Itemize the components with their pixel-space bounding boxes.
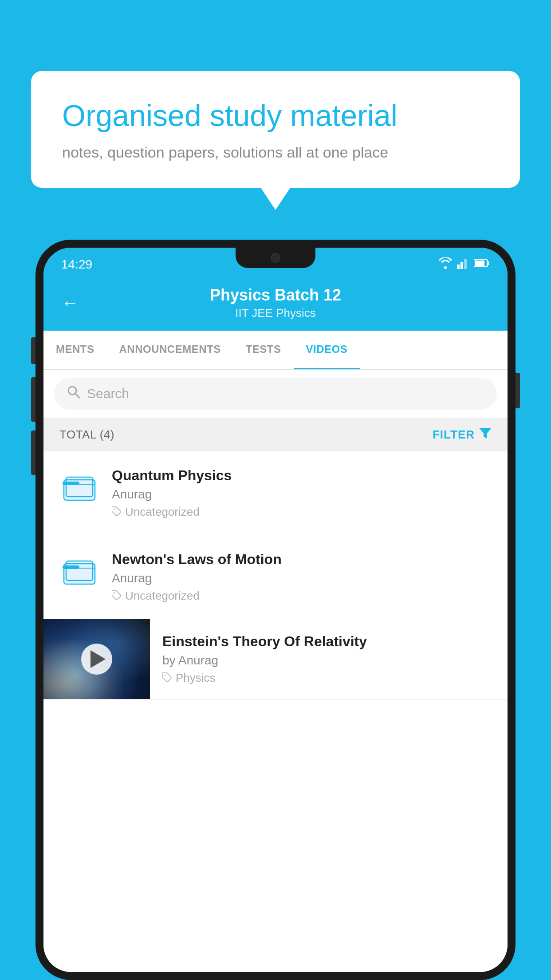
back-button[interactable]: ←	[61, 293, 79, 313]
phone-notch	[236, 248, 315, 268]
tab-ments[interactable]: MENTS	[43, 331, 107, 369]
svg-rect-10	[63, 482, 79, 485]
folder-icon	[62, 556, 97, 587]
item-info: Newton's Laws of Motion Anurag Uncategor…	[112, 551, 492, 603]
play-button[interactable]	[81, 644, 112, 675]
signal-icon	[457, 257, 469, 272]
video-tag: Physics	[162, 671, 495, 685]
svg-rect-1	[460, 262, 463, 269]
bubble-title: Organised study material	[62, 98, 489, 134]
tab-videos[interactable]: VIDEOS	[294, 331, 360, 369]
svg-rect-2	[464, 259, 467, 269]
volume-down-button	[31, 431, 35, 475]
video-info: Einstein's Theory Of Relativity by Anura…	[150, 619, 508, 699]
item-tag: Uncategorized	[112, 505, 492, 519]
item-title: Newton's Laws of Motion	[112, 551, 492, 568]
tag-icon	[112, 505, 122, 519]
wifi-icon	[438, 257, 453, 272]
svg-rect-4	[475, 261, 484, 266]
svg-line-7	[75, 394, 79, 398]
video-author: by Anurag	[162, 653, 495, 668]
speech-bubble-section: Organised study material notes, question…	[31, 71, 520, 188]
header-title-group: Physics Batch 12 IIT JEE Physics	[88, 286, 463, 320]
side-button-1	[31, 337, 35, 364]
content-list: Quantum Physics Anurag Uncategorized	[43, 451, 508, 972]
list-item-video[interactable]: Einstein's Theory Of Relativity by Anura…	[43, 619, 508, 699]
tab-tests[interactable]: TESTS	[233, 331, 294, 369]
list-item[interactable]: Newton's Laws of Motion Anurag Uncategor…	[43, 535, 508, 619]
svg-rect-14	[63, 565, 79, 569]
list-item[interactable]: Quantum Physics Anurag Uncategorized	[43, 451, 508, 535]
play-triangle	[91, 650, 106, 668]
tab-announcements[interactable]: ANNOUNCEMENTS	[107, 331, 233, 369]
svg-point-12	[114, 509, 115, 510]
search-icon	[67, 385, 81, 403]
volume-up-button	[31, 377, 35, 422]
app-header: ← Physics Batch 12 IIT JEE Physics	[43, 278, 508, 331]
search-placeholder[interactable]: Search	[87, 386, 129, 401]
svg-marker-8	[479, 428, 492, 439]
svg-rect-5	[488, 261, 489, 265]
power-button	[516, 373, 520, 408]
header-title: Physics Batch 12	[88, 286, 463, 304]
search-input-wrapper[interactable]: Search	[54, 378, 497, 410]
total-count: TOTAL (4)	[59, 428, 114, 442]
phone-outer: 14:29	[35, 240, 516, 980]
phone-mockup: 14:29	[35, 240, 516, 980]
filter-icon	[479, 427, 492, 443]
svg-point-17	[165, 675, 166, 676]
filter-button[interactable]: FILTER	[433, 427, 492, 443]
item-tag: Uncategorized	[112, 589, 492, 603]
phone-screen: 14:29	[43, 248, 508, 972]
bubble-subtitle: notes, question papers, solutions all at…	[62, 144, 489, 161]
item-info: Quantum Physics Anurag Uncategorized	[112, 467, 492, 519]
filter-bar: TOTAL (4) FILTER	[43, 418, 508, 451]
folder-icon-wrapper	[59, 551, 99, 591]
svg-rect-0	[457, 265, 460, 269]
tag-icon	[162, 671, 172, 685]
item-author: Anurag	[112, 571, 492, 585]
status-time: 14:29	[61, 257, 92, 272]
tabs-bar: MENTS ANNOUNCEMENTS TESTS VIDEOS	[43, 331, 508, 370]
item-author: Anurag	[112, 487, 492, 502]
tag-icon	[112, 589, 122, 603]
battery-icon	[474, 258, 490, 271]
svg-point-16	[114, 593, 115, 594]
folder-icon-wrapper	[59, 467, 99, 507]
video-title: Einstein's Theory Of Relativity	[162, 633, 495, 650]
header-subtitle: IIT JEE Physics	[88, 306, 463, 320]
folder-icon	[62, 472, 97, 503]
search-container: Search	[43, 370, 508, 418]
item-title: Quantum Physics	[112, 467, 492, 484]
status-icons	[438, 257, 490, 272]
front-camera	[271, 253, 280, 263]
filter-label: FILTER	[433, 428, 475, 442]
speech-bubble-card: Organised study material notes, question…	[31, 71, 520, 188]
video-thumbnail	[43, 619, 150, 699]
